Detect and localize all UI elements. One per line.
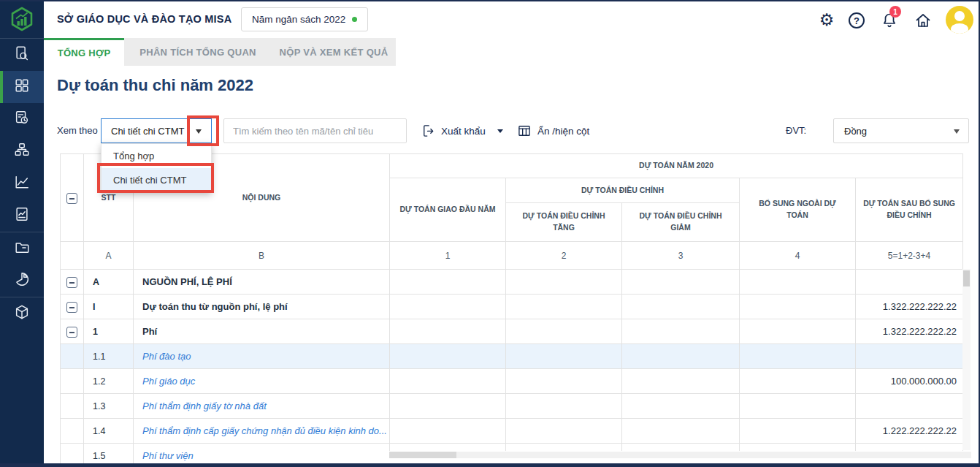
vertical-scrollbar-thumb[interactable] [963,270,970,286]
collapse-icon[interactable] [66,277,77,288]
budget-table: STT NỘI DUNG DỰ TOÁN NĂM 2020 DỰ TOÁN GI… [60,153,964,463]
document-search-icon [14,45,30,64]
budget-year-label: Năm ngân sách 2022 [252,14,345,25]
chevron-down-icon[interactable] [196,129,202,134]
sidebar-item-report-document[interactable] [0,200,44,232]
pie-chart-icon [14,271,30,290]
view-by-select[interactable]: Chi tiết chi CTMT [101,118,212,143]
table-row: 1.2 Phí giáo dục 100.000.000.00 [61,369,963,394]
table-columns-icon [517,124,532,138]
notification-badge: 1 [889,6,901,18]
tab-tong-hop[interactable]: TỔNG HỢP [44,38,124,66]
row-link[interactable]: Phí thẩm định giấy tờ nhà đất [134,394,390,419]
collapse-icon[interactable] [66,302,77,313]
settings-gear-icon[interactable]: ⚙ [816,9,837,31]
row-link[interactable]: Phí giáo dục [134,369,390,394]
horizontal-scrollbar-thumb[interactable] [389,452,456,458]
export-icon [421,124,435,138]
table-row: A NGUỒN PHÍ, LỆ PHÍ [61,270,963,295]
table-row: 1.1 Phí đào tạo [61,344,963,369]
sidebar-item-dashboard[interactable] [0,71,44,103]
sidebar-item-cube[interactable] [0,297,44,330]
export-button[interactable]: Xuất khẩu [421,118,503,143]
unit-value: Đồng [834,126,867,137]
window-frame-bottom [0,463,980,467]
cube-icon [14,304,30,323]
row-link[interactable]: Phí đào tạo [134,344,390,369]
col-header-dieu-chinh-giam: DỰ TOÁN ĐIỀU CHỈNH GIẢM [622,203,740,242]
report-document-icon [14,206,30,225]
menu-item-tong-hop[interactable]: Tổng hợp [102,144,211,168]
horizontal-scrollbar-track [389,452,971,458]
org-chart-icon [14,142,30,161]
sidebar-item-org-chart[interactable] [0,135,44,167]
chevron-down-icon[interactable] [497,129,503,133]
vertical-scrollbar-track [962,269,971,450]
view-by-dropdown-menu: Tổng hợp Chi tiết chi CTMT [101,143,212,193]
tab-phan-tich-tong-quan[interactable]: PHÂN TÍCH TỔNG QUAN [124,38,272,66]
folder-icon [14,239,30,258]
help-icon[interactable]: ? [849,12,865,29]
table-row: 1.4 Phí thẩm định cấp giấy chứng nhận đủ… [61,419,963,444]
collapse-all-icon[interactable] [66,193,77,204]
tab-bar: TỔNG HỢP PHÂN TÍCH TỔNG QUAN NỘP VÀ XEM … [44,38,980,66]
status-dot-icon [352,17,357,22]
unit-select[interactable]: Đồng [833,118,969,143]
org-title: SỞ GIÁO DỤC VÀ ĐÀO TẠO MISA [57,13,231,25]
sidebar-item-pie-chart[interactable] [0,265,44,297]
unit-label: ĐVT: [786,125,806,136]
header-expand-cell [61,154,84,242]
misa-logo-icon [9,7,35,31]
avatar-person-icon [954,11,965,21]
col-header-bo-sung: BỔ SUNG NGOÀI DỰ TOÁN [740,178,856,242]
view-by-value: Chi tiết chi CTMT [102,126,184,137]
sidebar-item-report-clock[interactable] [0,103,44,135]
row-link[interactable]: Phí thư viện [134,444,390,464]
group-header-du-toan-2020: DỰ TOÁN NĂM 2020 [390,154,963,178]
report-clock-icon [14,110,30,129]
chevron-down-icon [954,129,960,134]
sidebar-item-line-chart[interactable] [0,167,44,200]
row-link[interactable]: Phí thẩm định cấp giấy chứng nhận đủ điề… [134,419,390,444]
user-avatar[interactable] [946,6,973,34]
line-chart-icon [14,174,30,193]
misa-amis-logo[interactable] [0,0,44,39]
table-row: I Dự toán thu từ nguồn phí, lệ phí 1.322… [61,295,963,319]
menu-item-chi-tiet-chi-ctmt[interactable]: Chi tiết chi CTMT [102,168,211,192]
search-input[interactable] [223,118,407,143]
table-row: 1.3 Phí thẩm định giấy tờ nhà đất [61,394,963,419]
view-by-label: Xem theo [57,125,98,136]
col-header-dieu-chinh-tang: DỰ TOÁN ĐIỀU CHỈNH TĂNG [506,203,622,242]
sidebar-item-folder[interactable] [0,232,44,265]
tab-nop-va-xem-ket-qua[interactable]: NỘP VÀ XEM KẾT QUẢ [272,38,396,66]
toggle-columns-label: Ẩn /hiện cột [537,126,589,137]
sidebar-item-document-search[interactable] [0,39,44,71]
collapse-icon[interactable] [66,327,77,338]
page-title: Dự toán thu chi năm 2022 [57,76,253,95]
table-row: 1 Phí 1.322.222.222.22 [61,319,963,344]
app-window: SỞ GIÁO DỤC VÀ ĐÀO TẠO MISA Năm ngân sác… [0,0,980,467]
col-header-sau-bo-sung: DỰ TOÁN SAU BỔ SUNG ĐIỀU CHỈNH [856,178,963,242]
col-header-giao-dau-nam: DỰ TOÁN GIAO ĐẦU NĂM [390,178,506,242]
dashboard-grid-icon [14,77,30,96]
column-index-row: A B1 23 45=1+2-3+4 [61,242,963,270]
topbar: SỞ GIÁO DỤC VÀ ĐÀO TẠO MISA Năm ngân sác… [44,1,979,38]
home-icon[interactable] [914,12,932,29]
toggle-columns-button[interactable]: Ẩn /hiện cột [517,118,589,143]
budget-year-button[interactable]: Năm ngân sách 2022 [241,7,368,31]
export-label: Xuất khẩu [441,126,486,137]
sidebar [0,0,44,467]
window-frame-top [0,0,980,1]
group-header-dieu-chinh: DỰ TOÁN ĐIỀU CHỈNH [506,178,740,203]
